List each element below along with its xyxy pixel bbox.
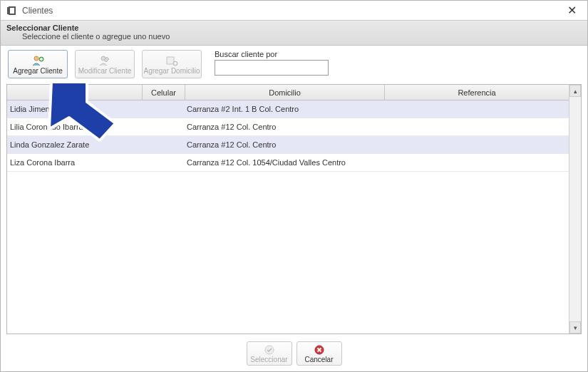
search-label: Buscar cliente por: [215, 50, 329, 58]
add-client-label: Agregar Cliente: [13, 68, 62, 75]
add-address-button: Agregar Domicilio: [142, 50, 202, 78]
svg-rect-5: [167, 57, 174, 64]
clients-table: Cliente Celular Domicilio Referencia Lid…: [6, 84, 582, 334]
scroll-up-button[interactable]: ▴: [569, 85, 581, 97]
add-client-button[interactable]: Agregar Cliente: [8, 50, 68, 78]
cell-referencia: [385, 100, 569, 118]
scroll-down-button[interactable]: ▾: [569, 321, 581, 334]
vertical-scrollbar[interactable]: ▴ ▾: [569, 85, 581, 334]
svg-rect-1: [7, 7, 9, 14]
column-domicilio[interactable]: Domicilio: [185, 85, 385, 100]
search-group: Buscar cliente por: [215, 50, 329, 76]
toolbar: Agregar Cliente Modificar Cliente Agre: [1, 46, 587, 84]
cell-cliente: Lidia Jimenez Roa: [7, 100, 143, 118]
table-row[interactable]: Linda Gonzalez Zarate Carranza #12 Col. …: [7, 136, 569, 154]
subheader: Seleccionar Cliente Seleccione el client…: [1, 21, 587, 46]
cell-domicilio: Carranza #12 Col. 1054/Ciudad Valles Cen…: [185, 154, 385, 171]
cell-cliente: Lilia Coronado Ibarra: [7, 118, 143, 135]
check-icon: [264, 344, 274, 356]
svg-point-2: [34, 56, 38, 61]
cell-celular: [143, 136, 185, 153]
search-input[interactable]: [215, 60, 329, 76]
cell-celular: [143, 100, 185, 118]
column-referencia[interactable]: Referencia: [385, 85, 569, 100]
close-button[interactable]: ✕: [562, 3, 582, 19]
cell-referencia: [385, 154, 569, 171]
titlebar: Clientes ✕: [1, 1, 587, 21]
modify-client-button: Modificar Cliente: [75, 50, 135, 78]
cancel-icon: [314, 344, 324, 356]
cell-cliente: Linda Gonzalez Zarate: [7, 136, 143, 153]
table-row[interactable]: Lidia Jimenez Roa Carranza #2 Int. 1 B C…: [7, 100, 569, 118]
cell-celular: [143, 118, 185, 135]
cancel-label: Cancelar: [304, 356, 333, 363]
svg-rect-0: [9, 7, 15, 14]
select-label: Seleccionar: [250, 356, 287, 363]
clientes-dialog: Clientes ✕ Seleccionar Cliente Seleccion…: [0, 0, 588, 372]
modify-client-label: Modificar Cliente: [78, 68, 131, 75]
app-icon: [6, 5, 18, 16]
window-title: Clientes: [22, 6, 53, 16]
footer: Seleccionar Cancelar: [1, 340, 587, 371]
cell-domicilio: Carranza #12 Col. Centro: [185, 118, 385, 135]
table-body: Lidia Jimenez Roa Carranza #2 Int. 1 B C…: [7, 100, 581, 334]
cancel-button[interactable]: Cancelar: [296, 341, 342, 366]
cell-cliente: Liza Corona Ibarra: [7, 154, 143, 171]
subheader-subtitle: Seleccione el cliente o agregue uno nuev…: [22, 32, 582, 41]
subheader-title: Seleccionar Cliente: [6, 24, 582, 32]
edit-user-icon: [98, 54, 111, 67]
table-row[interactable]: Lilia Coronado Ibarra Carranza #12 Col. …: [7, 118, 569, 136]
cell-referencia: [385, 136, 569, 153]
column-celular[interactable]: Celular: [143, 85, 185, 100]
cell-referencia: [385, 118, 569, 135]
select-button: Seleccionar: [247, 341, 292, 366]
cell-celular: [143, 154, 185, 171]
cell-domicilio: Carranza #2 Int. 1 B Col. Centro: [185, 100, 385, 118]
add-address-label: Agregar Domicilio: [144, 68, 200, 75]
column-cliente[interactable]: Cliente: [7, 85, 143, 100]
add-address-icon: [165, 54, 178, 67]
cell-domicilio: Carranza #12 Col. Centro: [185, 136, 385, 153]
table-header: Cliente Celular Domicilio Referencia: [7, 85, 581, 100]
add-user-icon: [31, 54, 44, 67]
table-row[interactable]: Liza Corona Ibarra Carranza #12 Col. 105…: [7, 154, 569, 172]
